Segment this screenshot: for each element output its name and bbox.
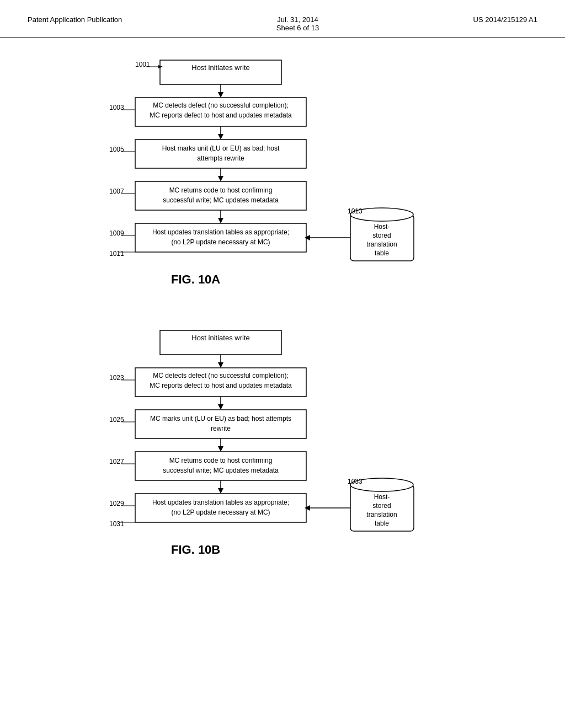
svg-text:MC returns code to host confir: MC returns code to host confirming (169, 457, 273, 464)
svg-text:1023: 1023 (109, 374, 124, 382)
svg-marker-20 (218, 176, 223, 181)
svg-marker-62 (218, 446, 223, 452)
svg-text:FIG. 10A: FIG. 10A (171, 272, 220, 286)
svg-rect-14 (135, 140, 306, 168)
publication-label: Patent Application Publication (28, 15, 122, 24)
svg-text:(no L2P update necessary at MC: (no L2P update necessary at MC) (171, 238, 270, 246)
header-left: Patent Application Publication (28, 15, 122, 24)
svg-text:Host updates translation table: Host updates translation tables as appro… (152, 499, 289, 506)
svg-text:MC returns code to host confir: MC returns code to host confirming (169, 186, 273, 194)
header-right: US 2014/215129 A1 (473, 15, 537, 24)
svg-text:translation: translation (366, 240, 397, 248)
page-header: Patent Application Publication Jul. 31, … (0, 0, 565, 38)
svg-text:Host updates translation table: Host updates translation tables as appro… (152, 228, 289, 236)
svg-text:Host marks unit (LU or EU) as : Host marks unit (LU or EU) as bad; host (162, 144, 280, 152)
svg-marker-48 (218, 362, 223, 368)
svg-text:1029: 1029 (109, 500, 124, 507)
svg-text:MC marks unit (LU or EU) as ba: MC marks unit (LU or EU) as bad; host at… (150, 415, 291, 422)
fig10b-diagram: Host initiates write MC detects defect (… (50, 325, 480, 562)
svg-text:(no L2P update necessary at MC: (no L2P update necessary at MC) (171, 508, 270, 516)
svg-text:1009: 1009 (109, 229, 124, 237)
svg-text:1005: 1005 (109, 146, 124, 153)
svg-text:attempts rewrite: attempts rewrite (197, 154, 244, 162)
svg-text:FIG. 10B: FIG. 10B (171, 543, 220, 556)
svg-text:MC reports defect to host and : MC reports defect to host and updates me… (150, 382, 292, 389)
svg-marker-6 (218, 92, 223, 98)
svg-text:stored: stored (372, 232, 391, 239)
svg-text:successful write; MC updates m: successful write; MC updates metadata (163, 467, 279, 474)
fig10b-container: Host initiates write MC detects defect (… (33, 325, 532, 562)
svg-rect-63 (135, 452, 306, 480)
svg-marker-27 (218, 218, 223, 223)
svg-rect-28 (135, 223, 306, 252)
svg-text:1031: 1031 (109, 520, 124, 528)
svg-marker-55 (218, 404, 223, 410)
svg-text:Host initiates write: Host initiates write (191, 63, 249, 72)
svg-rect-21 (135, 181, 306, 210)
svg-rect-56 (135, 410, 306, 438)
fig10a-diagram: Host initiates write 1001 MC detects def… (50, 55, 480, 292)
svg-text:1027: 1027 (109, 458, 124, 465)
svg-text:successful write; MC updates m: successful write; MC updates metadata (163, 196, 279, 204)
svg-text:Host-: Host- (374, 223, 390, 231)
svg-marker-69 (218, 488, 223, 494)
svg-text:1001: 1001 (135, 61, 150, 68)
svg-text:1013: 1013 (348, 207, 363, 215)
svg-text:table: table (375, 249, 389, 257)
date-label: Jul. 31, 2014 (277, 15, 318, 24)
header-center: Jul. 31, 2014 Sheet 6 of 13 (276, 15, 319, 32)
svg-text:stored: stored (372, 502, 391, 510)
main-content: Host initiates write 1001 MC detects def… (0, 38, 565, 579)
svg-marker-13 (218, 134, 223, 140)
svg-text:1033: 1033 (348, 478, 363, 485)
svg-text:1007: 1007 (109, 188, 124, 195)
patent-number: US 2014/215129 A1 (473, 15, 537, 24)
svg-rect-70 (135, 494, 306, 522)
svg-text:translation: translation (366, 511, 397, 518)
svg-text:1003: 1003 (109, 104, 124, 111)
svg-text:Host-: Host- (374, 493, 390, 501)
svg-text:MC detects defect (no successf: MC detects defect (no successful complet… (153, 101, 288, 109)
svg-text:Host initiates write: Host initiates write (191, 334, 249, 342)
svg-text:MC reports defect to host and : MC reports defect to host and updates me… (150, 111, 292, 119)
fig10a-container: Host initiates write 1001 MC detects def… (33, 55, 532, 292)
svg-text:table: table (375, 520, 389, 527)
svg-text:1025: 1025 (109, 416, 124, 424)
sheet-label: Sheet 6 of 13 (276, 24, 319, 32)
svg-text:1011: 1011 (109, 250, 124, 258)
svg-text:MC detects defect (no successf: MC detects defect (no successful complet… (153, 372, 288, 379)
svg-text:rewrite: rewrite (211, 425, 231, 432)
